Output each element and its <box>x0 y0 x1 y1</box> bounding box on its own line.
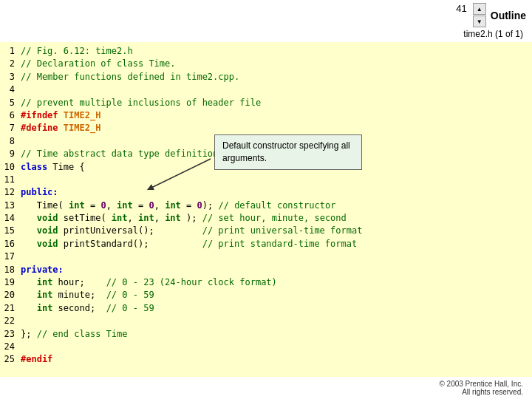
line-number: 8 <box>3 135 21 148</box>
nav-up-button[interactable]: ▲ <box>473 3 486 15</box>
comment-text: // Declaration of class Time. <box>21 58 176 69</box>
keyword-public: public: <box>21 187 58 197</box>
code-line: #ifndef TIME2_H <box>21 109 526 122</box>
code-line: int hour; // 0 - 23 (24-hour clock forma… <box>21 276 526 289</box>
line-number: 7 <box>3 122 21 134</box>
code-line: void printUniversal(); // print universa… <box>21 225 526 237</box>
keyword-void: void <box>37 225 58 236</box>
table-row: 3 // Member functions defined in time2.c… <box>3 71 526 83</box>
keyword-int: int <box>112 213 128 223</box>
table-row: 6 #ifndef TIME2_H <box>3 109 526 122</box>
table-row: 5 // prevent multiple inclusions of head… <box>3 97 526 109</box>
code-line <box>21 83 526 96</box>
comment-text: // prevent multiple inclusions of header… <box>21 98 261 108</box>
comment-text: // set hour, minute, second <box>202 213 347 223</box>
keyword-int: int <box>69 200 85 211</box>
code-line: #define TIME2_H <box>21 122 526 134</box>
line-number: 5 <box>3 97 21 109</box>
line-number: 13 <box>3 200 21 212</box>
comment-text: // 0 - 59 <box>106 290 154 300</box>
keyword-void: void <box>37 213 58 223</box>
keyword-int: int <box>165 213 181 223</box>
table-row: 23 }; // end class Time <box>3 328 526 341</box>
line-number: 16 <box>3 238 21 250</box>
content-area: 1 // Fig. 6.12: time2.h 2 // Declaration… <box>0 39 532 377</box>
code-line: int second; // 0 - 59 <box>21 302 526 315</box>
literal-0: 0 <box>100 200 106 211</box>
line-number: 10 <box>3 161 21 174</box>
line-number: 17 <box>3 250 21 263</box>
line-number: 25 <box>3 353 21 366</box>
code-line: public: <box>21 186 526 199</box>
comment-text: // default constructor <box>218 200 335 211</box>
subtitle: time2.h (1 of 1) <box>463 29 523 39</box>
table-row: 19 int hour; // 0 - 23 (24-hour clock fo… <box>3 276 526 289</box>
line-number: 3 <box>3 71 21 83</box>
code-line: Time( int = 0, int = 0, int = 0); // def… <box>21 200 526 212</box>
outline-section: ▲ ▼ Outline <box>473 3 526 27</box>
table-row: 7 #define TIME2_H <box>3 122 526 134</box>
code-line: // prevent multiple inclusions of header… <box>21 97 526 109</box>
table-row: 11 <box>3 174 526 186</box>
line-number: 24 <box>3 341 21 353</box>
macro-keyword: #define <box>21 123 58 133</box>
table-row: 22 <box>3 315 526 327</box>
line-number: 6 <box>3 109 21 122</box>
keyword-private: private: <box>21 265 64 275</box>
code-line <box>21 315 526 327</box>
table-row: 2 // Declaration of class Time. <box>3 58 526 70</box>
line-number: 1 <box>3 45 21 58</box>
line-number: 11 <box>3 174 21 186</box>
comment-text: // Member functions defined in time2.cpp… <box>21 72 239 82</box>
keyword-int: int <box>165 200 181 211</box>
code-line: }; // end class Time <box>21 328 526 341</box>
line-number: 19 <box>3 276 21 289</box>
line-number: 21 <box>3 302 21 315</box>
code-line: private: <box>21 264 526 276</box>
table-row: 21 int second; // 0 - 59 <box>3 302 526 315</box>
line-number: 15 <box>3 225 21 237</box>
comment-text: // print standard-time format <box>202 239 358 249</box>
literal-0: 0 <box>149 200 154 211</box>
line-number: 22 <box>3 315 21 327</box>
top-bar: 41 ▲ ▼ Outline <box>0 0 532 27</box>
comment-text: // Time abstract data type definition <box>21 149 218 159</box>
table-row: 4 <box>3 83 526 96</box>
code-line <box>21 250 526 263</box>
comment-text: // print universal-time format <box>202 225 363 236</box>
code-line: #endif <box>21 353 526 366</box>
table-row: 24 <box>3 341 526 353</box>
comment-text: // end class Time <box>37 329 128 339</box>
table-row: 12 public: <box>3 186 526 199</box>
code-line <box>21 341 526 353</box>
table-row: 17 <box>3 250 526 263</box>
keyword-class: class <box>21 162 47 172</box>
code-line: void setTime( int, int, int ); // set ho… <box>21 212 526 225</box>
outline-label[interactable]: Outline <box>491 10 526 21</box>
line-number: 12 <box>3 186 21 199</box>
footer: © 2003 Prentice Hall, Inc. All rights re… <box>0 377 532 399</box>
footer-line1: © 2003 Prentice Hall, Inc. <box>0 380 523 388</box>
footer-line2: All rights reserved. <box>0 388 523 396</box>
nav-arrows: ▲ ▼ <box>473 3 486 27</box>
line-number: 4 <box>3 83 21 96</box>
keyword-int: int <box>117 200 133 211</box>
keyword-int: int <box>37 290 53 300</box>
tooltip-text: Default constructor specifying all argum… <box>222 140 350 163</box>
keyword-void: void <box>37 239 58 249</box>
code-line: // Member functions defined in time2.cpp… <box>21 71 526 83</box>
line-number: 2 <box>3 58 21 70</box>
table-row: 20 int minute; // 0 - 59 <box>3 289 526 301</box>
table-row: 13 Time( int = 0, int = 0, int = 0); // … <box>3 200 526 212</box>
code-line <box>21 174 526 186</box>
subtitle-row: time2.h (1 of 1) <box>0 29 532 39</box>
code-line: int minute; // 0 - 59 <box>21 289 526 301</box>
keyword-int: int <box>37 303 53 313</box>
code-panel: 1 // Fig. 6.12: time2.h 2 // Declaration… <box>0 42 532 377</box>
page-number: 41 <box>456 3 466 14</box>
nav-down-button[interactable]: ▼ <box>473 16 486 27</box>
table-row: 25 #endif <box>3 353 526 366</box>
keyword-int: int <box>37 277 53 287</box>
macro-keyword: #endif <box>21 354 52 364</box>
literal-0: 0 <box>197 200 202 211</box>
